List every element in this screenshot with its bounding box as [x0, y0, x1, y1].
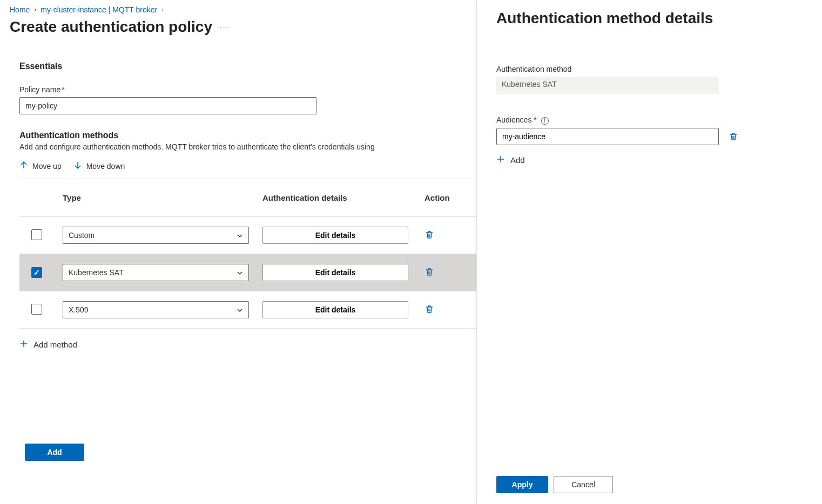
methods-table-header: Type Authentication details Action: [19, 179, 476, 217]
row-checkbox[interactable]: [31, 267, 42, 278]
col-header-type: Type: [63, 193, 262, 202]
info-icon[interactable]: i: [541, 117, 549, 125]
page-title: Create authentication policy: [10, 18, 212, 36]
auth-method-label: Authentication method: [496, 65, 803, 73]
row-checkbox[interactable]: [31, 229, 42, 240]
arrow-down-icon: [73, 161, 82, 171]
col-header-action: Action: [419, 193, 473, 202]
auth-methods-heading: Authentication methods: [19, 131, 476, 140]
delete-row-button[interactable]: [425, 230, 434, 240]
chevron-down-icon: [237, 232, 243, 239]
delete-row-button[interactable]: [425, 267, 434, 277]
type-select[interactable]: Custom: [63, 227, 249, 244]
chevron-down-icon: [237, 269, 243, 276]
cancel-button[interactable]: Cancel: [554, 476, 613, 493]
move-down-button[interactable]: Move down: [73, 161, 125, 171]
chevron-down-icon: [237, 307, 243, 313]
methods-row: X.509 Edit details: [19, 291, 476, 329]
policy-name-label: Policy name*: [19, 85, 476, 94]
auth-method-details-panel: Authentication method details Authentica…: [476, 0, 822, 504]
panel-title: Authentication method details: [496, 10, 803, 27]
auth-method-value: Kubernetes SAT: [496, 77, 719, 94]
breadcrumb: Home › my-cluster-instance | MQTT broker…: [10, 5, 476, 14]
move-up-button[interactable]: Move up: [19, 161, 62, 171]
add-method-button[interactable]: Add method: [19, 339, 77, 350]
type-select[interactable]: X.509: [63, 301, 249, 318]
audience-input[interactable]: [496, 128, 719, 145]
audiences-label: Audiences * i: [496, 115, 803, 125]
policy-name-input[interactable]: [19, 97, 316, 114]
delete-row-button[interactable]: [425, 304, 434, 314]
apply-button[interactable]: Apply: [496, 476, 548, 493]
breadcrumb-home[interactable]: Home: [10, 5, 30, 14]
edit-details-button[interactable]: Edit details: [262, 301, 408, 318]
breadcrumb-instance[interactable]: my-cluster-instance | MQTT broker: [41, 5, 157, 14]
methods-row: Kubernetes SAT Edit details: [19, 254, 476, 291]
delete-audience-button[interactable]: [729, 132, 738, 141]
type-select[interactable]: Kubernetes SAT: [63, 264, 249, 281]
arrow-up-icon: [19, 161, 28, 171]
add-audience-button[interactable]: Add: [496, 155, 525, 165]
row-checkbox[interactable]: [31, 304, 42, 315]
edit-details-button[interactable]: Edit details: [262, 264, 408, 281]
plus-icon: [496, 155, 505, 165]
chevron-right-icon: ›: [34, 6, 36, 13]
add-button[interactable]: Add: [25, 444, 84, 461]
more-icon[interactable]: ···: [220, 23, 230, 31]
col-header-auth: Authentication details: [262, 193, 419, 202]
essentials-heading: Essentials: [19, 62, 476, 71]
chevron-right-icon: ›: [161, 6, 164, 13]
auth-methods-description: Add and configure authentication methods…: [19, 142, 476, 151]
plus-icon: [19, 339, 28, 350]
edit-details-button[interactable]: Edit details: [262, 227, 408, 244]
methods-row: Custom Edit details: [19, 217, 476, 254]
